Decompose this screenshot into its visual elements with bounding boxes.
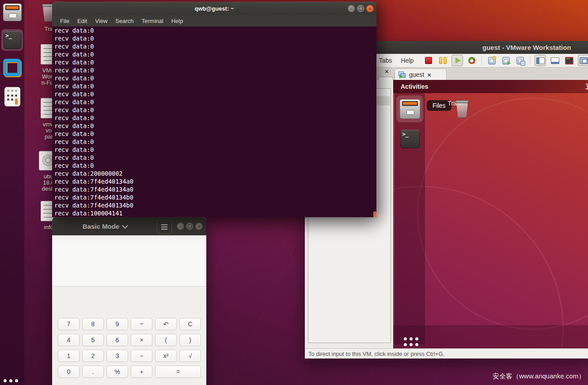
terminal-icon: >_ — [400, 130, 420, 148]
take-snapshot-icon[interactable] — [486, 55, 497, 66]
terminal-menu-file[interactable]: File — [57, 16, 73, 26]
calc-key-.[interactable]: . — [82, 366, 104, 378]
terminal-line: recv data:0 — [52, 114, 376, 122]
calc-key-×[interactable]: × — [131, 334, 152, 346]
calculator-mode-dropdown[interactable]: Basic Mode — [52, 217, 158, 235]
revert-snapshot-icon[interactable] — [501, 55, 511, 66]
calculator-icon — [4, 87, 20, 106]
dock-item-vmware[interactable] — [1, 57, 23, 79]
calc-key-√[interactable]: √ — [179, 350, 201, 362]
calc-key-C[interactable]: C — [179, 318, 201, 330]
sidebar-close-icon[interactable]: × — [385, 68, 389, 75]
dock-item-terminal[interactable]: >_ — [1, 29, 23, 51]
calc-key-x²[interactable]: x² — [155, 350, 177, 362]
calc-key-3[interactable]: 3 — [106, 350, 128, 362]
minimize-button[interactable]: − — [177, 223, 184, 230]
calc-key-−[interactable]: − — [131, 350, 152, 362]
calc-key-8[interactable]: 8 — [82, 318, 104, 330]
maximize-button[interactable] — [186, 223, 193, 230]
terminal-line: recv data:7f4ed40134a0 — [52, 177, 376, 185]
calc-key-([interactable]: ( — [155, 334, 177, 346]
calculator-mode-label: Basic Mode — [83, 223, 119, 230]
calc-key-9[interactable]: 9 — [106, 318, 128, 330]
terminal-menu-view[interactable]: View — [91, 16, 111, 26]
vmware-status-text: To direct input to this VM, click inside… — [308, 351, 444, 357]
terminal-scrollbar[interactable] — [373, 211, 376, 217]
vm-tab-guest[interactable]: guest × — [395, 68, 447, 80]
dock-more-dots[interactable] — [0, 377, 24, 384]
minimize-button[interactable]: − — [348, 5, 355, 12]
reset-icon[interactable] — [467, 55, 477, 66]
file-cabinet-icon — [3, 4, 22, 21]
vmware-status-bar: To direct input to this VM, click inside… — [305, 348, 588, 359]
terminal-line: recv data:0 — [52, 82, 376, 90]
calc-key-5[interactable]: 5 — [82, 334, 104, 346]
vmware-icon — [2, 58, 23, 78]
calc-key-0[interactable]: 0 — [58, 366, 80, 378]
hamburger-icon — [161, 226, 167, 227]
guest-show-apps-icon[interactable] — [404, 337, 418, 349]
calc-key-7[interactable]: 7 — [58, 318, 80, 330]
calc-key-=[interactable]: = — [155, 366, 201, 378]
terminal-content[interactable]: recv data:0recv data:0recv data:0recv da… — [52, 26, 376, 217]
vm-tab-label: guest — [409, 71, 424, 78]
vmware-menu-help[interactable]: Help — [398, 56, 417, 65]
suspend-icon[interactable] — [437, 55, 448, 66]
menu-button[interactable] — [157, 219, 172, 234]
terminal-line: recv data:100004141 — [52, 209, 376, 217]
guest-trash[interactable]: Trash — [444, 99, 467, 107]
calculator-titlebar[interactable]: Basic Mode − × — [52, 217, 206, 235]
guest-top-bar: Activities 五 11 — [393, 80, 588, 93]
dock-item-files[interactable] — [1, 1, 23, 23]
close-button[interactable]: × — [195, 223, 203, 230]
calc-key-)[interactable]: ) — [179, 334, 201, 346]
guest-dock: >_ — [395, 93, 425, 344]
terminal-line: recv data:200000002 — [52, 170, 376, 177]
close-button[interactable]: × — [366, 5, 374, 12]
show-library-icon[interactable] — [535, 55, 546, 66]
show-thumbnail-bar-icon[interactable] — [550, 55, 560, 66]
terminal-line: recv data:0 — [52, 58, 376, 66]
calc-key-2[interactable]: 2 — [82, 350, 104, 362]
vmware-menu: TabsHelp — [376, 56, 417, 65]
terminal-menu-edit[interactable]: Edit — [74, 16, 91, 26]
calc-key-4[interactable]: 4 — [58, 334, 80, 346]
calc-key-÷[interactable]: ÷ — [131, 318, 152, 330]
calculator-display — [52, 235, 206, 287]
vm-tab-close-icon[interactable]: × — [427, 72, 431, 78]
guest-dock-item-files[interactable] — [396, 95, 423, 122]
terminal-menu-help[interactable]: Help — [168, 16, 187, 26]
guest-activities-button[interactable]: Activities — [401, 83, 428, 90]
guest-display[interactable]: Activities 五 11 >_ Files Trash — [393, 80, 588, 349]
guest-dock-item-terminal[interactable]: >_ — [396, 125, 423, 152]
calculator-window: Basic Mode − × 789÷↶C456×()123−x²√0.%+= — [52, 217, 206, 385]
manage-snapshots-icon[interactable] — [515, 55, 525, 66]
calc-key-1[interactable]: 1 — [58, 350, 80, 362]
terminal-line: recv data:0 — [52, 50, 376, 58]
vmware-toolbar — [423, 55, 588, 66]
dock-item-calculator[interactable] — [1, 86, 23, 107]
terminal-titlebar[interactable]: qwb@guest: ~ − × — [52, 2, 376, 15]
terminal-window-title: qwb@guest: ~ — [195, 5, 234, 12]
terminal-line: recv data:0 — [52, 90, 376, 98]
full-screen-icon[interactable] — [564, 55, 574, 66]
vmware-menu-tabs[interactable]: Tabs — [376, 56, 396, 65]
terminal-icon: >_ — [4, 31, 21, 49]
watermark: 安全客（www.anquanke.com） — [493, 372, 585, 381]
calc-key-6[interactable]: 6 — [106, 334, 128, 346]
power-on-icon[interactable] — [451, 55, 463, 66]
terminal-line: recv data:0 — [52, 138, 376, 146]
calc-key-↶[interactable]: ↶ — [155, 318, 177, 330]
vmware-window-title: guest - VMware Workstation — [482, 44, 571, 51]
calc-key-%[interactable]: % — [106, 366, 128, 378]
terminal-line: recv data:0 — [52, 42, 376, 50]
terminal-line: recv data:0 — [52, 146, 376, 154]
unity-view-icon[interactable] — [578, 55, 588, 66]
maximize-button[interactable] — [357, 5, 364, 12]
power-off-icon[interactable] — [423, 55, 434, 66]
terminal-line: recv data:7f4ed40134a0 — [52, 185, 376, 193]
terminal-menu-search[interactable]: Search — [112, 16, 137, 26]
terminal-menu-terminal[interactable]: Terminal — [138, 16, 167, 26]
guest-clock[interactable]: 五 11 — [585, 83, 588, 91]
calc-key-+[interactable]: + — [131, 366, 152, 378]
